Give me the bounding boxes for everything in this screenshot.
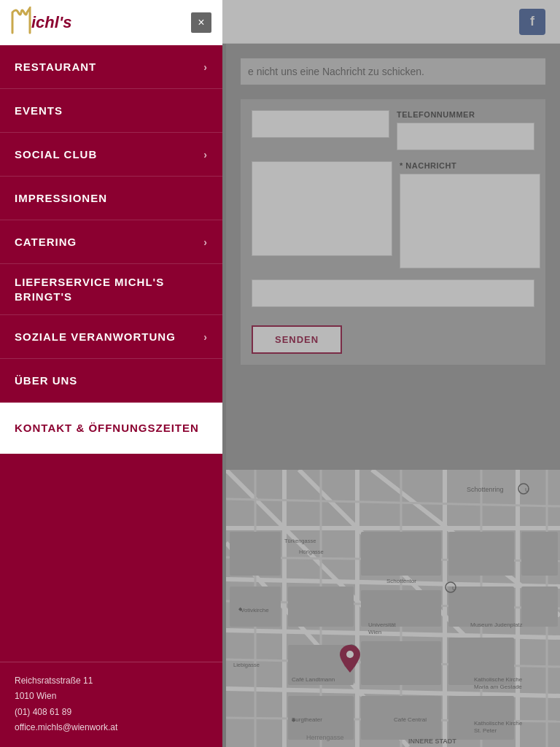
- footer-phone: (01) 408 61 89: [15, 705, 208, 721]
- social-club-arrow-icon: ›: [203, 149, 208, 160]
- soziale-arrow-icon: ›: [203, 331, 208, 343]
- sidebar-item-kontakt[interactable]: KONTAKT & ÖFFNUNGSZEITEN: [0, 403, 222, 454]
- restaurant-arrow-icon: ›: [203, 61, 208, 73]
- sidebar-item-restaurant-label: RESTAURANT: [15, 61, 96, 73]
- nav-items-list: RESTAURANT › EVENTS SOCIAL CLUB › IMPRES…: [0, 45, 222, 662]
- sidebar-item-events[interactable]: EVENTS: [0, 89, 222, 133]
- sidebar-item-uber-uns-label: ÜBER UNS: [15, 374, 77, 387]
- sidebar-item-catering-label: CATERING: [15, 236, 77, 248]
- catering-arrow-icon: ›: [203, 236, 208, 248]
- sidebar-item-uber-uns[interactable]: ÜBER UNS: [0, 359, 222, 403]
- sidebar-item-lieferservice[interactable]: LIEFERSERVICE MICHL'S BRINGT'S: [0, 264, 222, 315]
- sidebar-logo: ichl's: [11, 7, 71, 39]
- sidebar-item-impressionen[interactable]: IMPRESSIONEN: [0, 177, 222, 220]
- logo-waves-icon: [11, 7, 31, 39]
- footer-address: Reichsratsstraße 11: [15, 673, 208, 689]
- sidebar-item-events-label: EVENTS: [15, 104, 63, 117]
- footer-city: 1010 Wien: [15, 689, 208, 705]
- sidebar-header: ichl's ×: [0, 0, 222, 45]
- sidebar-item-kontakt-label: KONTAKT & ÖFFNUNGSZEITEN: [15, 421, 199, 436]
- sidebar: ichl's × RESTAURANT › EVENTS SOCIAL CLUB…: [0, 0, 222, 747]
- sidebar-item-soziale[interactable]: SOZIALE VERANWORTUNG ›: [0, 315, 222, 359]
- sidebar-item-lieferservice-label: LIEFERSERVICE MICHL'S BRINGT'S: [15, 275, 208, 303]
- sidebar-item-catering[interactable]: CATERING ›: [0, 220, 222, 264]
- sidebar-item-social-club[interactable]: SOCIAL CLUB ›: [0, 133, 222, 177]
- close-button[interactable]: ×: [191, 12, 211, 33]
- sidebar-footer: Reichsratsstraße 11 1010 Wien (01) 408 6…: [0, 662, 222, 747]
- footer-email: office.michls@wienwork.at: [15, 720, 208, 736]
- sidebar-item-social-club-label: SOCIAL CLUB: [15, 148, 97, 160]
- sidebar-logo-text: ichl's: [31, 13, 71, 32]
- sidebar-item-soziale-label: SOZIALE VERANWORTUNG: [15, 330, 176, 343]
- sidebar-item-impressionen-label: IMPRESSIONEN: [15, 192, 107, 204]
- sidebar-item-restaurant[interactable]: RESTAURANT ›: [0, 45, 222, 89]
